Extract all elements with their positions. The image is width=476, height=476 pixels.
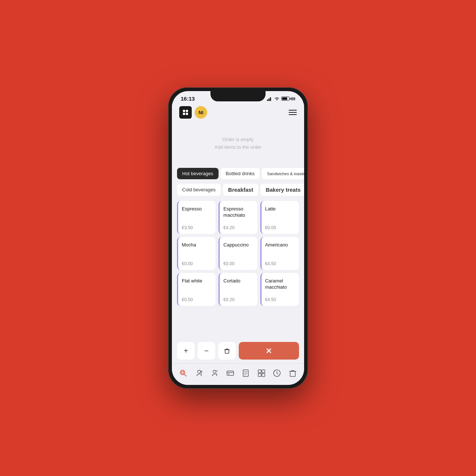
svg-rect-2 — [270, 97, 271, 101]
svg-rect-13 — [227, 371, 234, 375]
svg-rect-20 — [290, 371, 295, 376]
category-breakfast[interactable]: Breakfast — [223, 184, 258, 196]
product-card-caramel-macchiato[interactable]: Caramel macchiato €4.50 — [260, 273, 299, 306]
category-row-1: Hot beverages Bottled drinks Sandwiches … — [172, 166, 304, 181]
products-grid: Espresso €3.50 Espresso macchiato €4.20 … — [177, 201, 299, 306]
svg-rect-6 — [186, 113, 188, 115]
product-price: €0.00 — [223, 261, 253, 266]
product-card-flat-white[interactable]: Flat white €0.50 — [177, 273, 216, 306]
user-avatar[interactable]: NI — [195, 106, 207, 119]
app-logo — [179, 106, 192, 119]
category-hot-beverages[interactable]: Hot beverages — [177, 168, 219, 179]
svg-rect-7 — [225, 350, 229, 353]
svg-point-9 — [181, 371, 184, 374]
product-name: Latte — [265, 206, 295, 212]
product-card-cappuccino[interactable]: Cappuccino €0.00 — [219, 237, 257, 270]
product-name: Caramel macchiato — [265, 278, 295, 291]
svg-rect-5 — [183, 113, 185, 115]
hamburger-menu-button[interactable] — [289, 110, 297, 115]
nav-order[interactable] — [192, 367, 206, 380]
phone-screen: 16:13 89 — [172, 91, 304, 385]
order-empty-line1: Order is empty — [222, 136, 253, 144]
order-empty-state: Order is empty Add items to the order — [172, 122, 304, 166]
add-button[interactable]: + — [177, 342, 195, 360]
svg-point-8 — [180, 370, 185, 375]
battery-percent: 89 — [291, 97, 295, 101]
svg-rect-0 — [267, 100, 268, 101]
svg-rect-1 — [268, 98, 270, 101]
subtract-button[interactable]: − — [198, 342, 215, 360]
product-price: €4.50 — [265, 261, 295, 266]
svg-point-11 — [201, 371, 202, 372]
svg-rect-3 — [183, 110, 185, 112]
phone-frame: 16:13 89 — [168, 87, 308, 389]
product-card-mocha[interactable]: Mocha €0.00 — [177, 237, 216, 270]
product-name: Cappuccino — [223, 242, 253, 248]
svg-rect-17 — [262, 370, 265, 373]
bottom-nav — [172, 363, 304, 385]
product-price: €4.20 — [223, 225, 253, 230]
svg-rect-16 — [258, 370, 261, 373]
product-name: Cortado — [223, 278, 253, 284]
product-name: Espresso — [182, 206, 212, 212]
close-icon — [265, 347, 273, 354]
nav-receipt[interactable] — [239, 367, 252, 380]
category-bottled-drinks[interactable]: Bottled drinks — [221, 168, 260, 179]
product-name: Americano — [265, 242, 295, 248]
svg-rect-19 — [262, 374, 265, 376]
svg-rect-18 — [258, 374, 261, 376]
header-left: NI — [179, 106, 207, 119]
signal-icon — [267, 97, 273, 101]
product-price: €3.50 — [182, 225, 212, 230]
cancel-button[interactable] — [239, 342, 299, 360]
nav-trash[interactable] — [286, 367, 299, 380]
product-price: €0.00 — [182, 261, 212, 266]
categories-section: Hot beverages Bottled drinks Sandwiches … — [172, 166, 304, 198]
status-icons: 89 — [267, 97, 295, 101]
product-price: €0.50 — [182, 297, 212, 302]
category-sandwiches[interactable]: Sandwiches & toasties — [262, 168, 304, 179]
delete-button[interactable] — [218, 342, 236, 360]
trash-icon — [223, 347, 231, 354]
products-area: Espresso €3.50 Espresso macchiato €4.20 … — [172, 198, 304, 338]
svg-point-10 — [198, 370, 201, 373]
nav-history[interactable] — [270, 367, 284, 380]
svg-rect-4 — [186, 110, 188, 112]
product-name: Espresso macchiato — [223, 206, 253, 219]
nav-inventory[interactable] — [255, 367, 268, 380]
category-row-2: Cold beverages Breakfast Bakery treats S… — [172, 181, 304, 198]
nav-delivery[interactable] — [208, 367, 221, 380]
product-card-espresso[interactable]: Espresso €3.50 — [177, 201, 216, 234]
product-price: €4.50 — [265, 297, 295, 302]
svg-point-12 — [213, 370, 216, 373]
product-card-espresso-macchiato[interactable]: Espresso macchiato €4.20 — [219, 201, 257, 234]
status-time: 16:13 — [181, 95, 195, 102]
phone-notch — [210, 91, 266, 101]
product-name: Mocha — [182, 242, 212, 248]
app-header: NI — [172, 103, 304, 122]
battery-icon — [281, 97, 289, 101]
product-price: €0.20 — [223, 297, 253, 302]
nav-card[interactable] — [224, 367, 237, 380]
category-cold-beverages[interactable]: Cold beverages — [177, 184, 221, 196]
svg-rect-14 — [228, 374, 230, 374]
category-bakery-treats[interactable]: Bakery treats — [260, 184, 304, 196]
product-card-latte[interactable]: Latte €0.00 — [260, 201, 299, 234]
product-card-cortado[interactable]: Cortado €0.20 — [219, 273, 257, 306]
order-empty-line2: Add items to the order — [214, 144, 262, 151]
wifi-icon — [274, 97, 280, 101]
action-bar: + − — [172, 338, 304, 363]
product-card-americano[interactable]: Americano €4.50 — [260, 237, 299, 270]
product-price: €0.00 — [265, 225, 295, 230]
nav-search[interactable] — [177, 367, 190, 380]
product-name: Flat white — [182, 278, 212, 284]
